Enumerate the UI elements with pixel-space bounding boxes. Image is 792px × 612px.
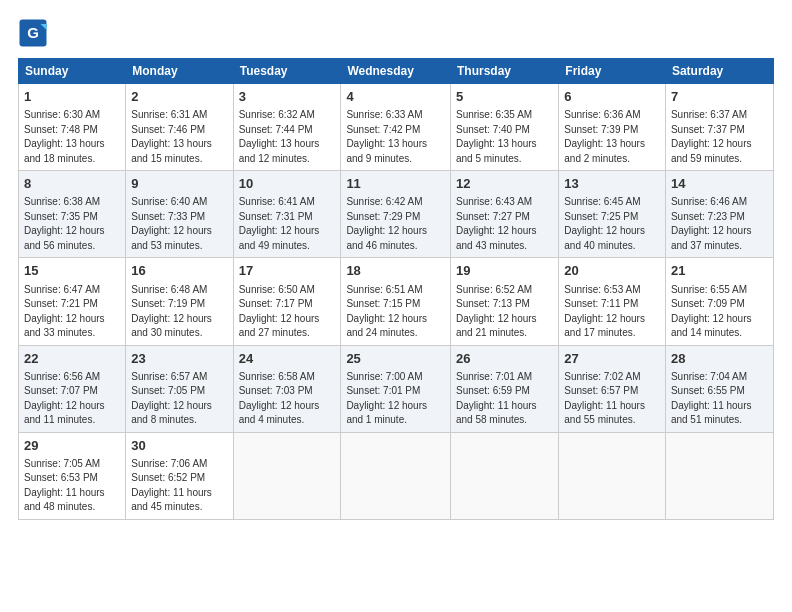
calendar-cell: 30Sunrise: 7:06 AMSunset: 6:52 PMDayligh… [126, 432, 233, 519]
calendar-cell: 25Sunrise: 7:00 AMSunset: 7:01 PMDayligh… [341, 345, 451, 432]
calendar-cell [233, 432, 341, 519]
day-info: Sunrise: 7:05 AMSunset: 6:53 PMDaylight:… [24, 457, 120, 515]
calendar-cell [665, 432, 773, 519]
day-info: Sunrise: 7:00 AMSunset: 7:01 PMDaylight:… [346, 370, 445, 428]
day-info: Sunrise: 7:06 AMSunset: 6:52 PMDaylight:… [131, 457, 227, 515]
day-number: 6 [564, 88, 660, 106]
column-header-wednesday: Wednesday [341, 59, 451, 84]
calendar-cell: 12Sunrise: 6:43 AMSunset: 7:27 PMDayligh… [450, 171, 558, 258]
day-number: 21 [671, 262, 768, 280]
column-header-sunday: Sunday [19, 59, 126, 84]
day-info: Sunrise: 6:45 AMSunset: 7:25 PMDaylight:… [564, 195, 660, 253]
week-row-2: 8Sunrise: 6:38 AMSunset: 7:35 PMDaylight… [19, 171, 774, 258]
day-number: 30 [131, 437, 227, 455]
day-info: Sunrise: 7:02 AMSunset: 6:57 PMDaylight:… [564, 370, 660, 428]
header: G [18, 18, 774, 48]
calendar-cell: 11Sunrise: 6:42 AMSunset: 7:29 PMDayligh… [341, 171, 451, 258]
calendar-cell: 19Sunrise: 6:52 AMSunset: 7:13 PMDayligh… [450, 258, 558, 345]
day-info: Sunrise: 6:36 AMSunset: 7:39 PMDaylight:… [564, 108, 660, 166]
day-number: 14 [671, 175, 768, 193]
day-info: Sunrise: 6:43 AMSunset: 7:27 PMDaylight:… [456, 195, 553, 253]
calendar-cell: 23Sunrise: 6:57 AMSunset: 7:05 PMDayligh… [126, 345, 233, 432]
day-number: 2 [131, 88, 227, 106]
day-number: 27 [564, 350, 660, 368]
day-info: Sunrise: 6:42 AMSunset: 7:29 PMDaylight:… [346, 195, 445, 253]
page: G SundayMondayTuesdayWednesdayThursdayFr… [0, 0, 792, 612]
day-info: Sunrise: 6:31 AMSunset: 7:46 PMDaylight:… [131, 108, 227, 166]
calendar-cell [559, 432, 666, 519]
day-info: Sunrise: 6:56 AMSunset: 7:07 PMDaylight:… [24, 370, 120, 428]
day-info: Sunrise: 6:52 AMSunset: 7:13 PMDaylight:… [456, 283, 553, 341]
day-info: Sunrise: 7:01 AMSunset: 6:59 PMDaylight:… [456, 370, 553, 428]
calendar-cell: 14Sunrise: 6:46 AMSunset: 7:23 PMDayligh… [665, 171, 773, 258]
calendar-cell [341, 432, 451, 519]
day-number: 5 [456, 88, 553, 106]
day-number: 17 [239, 262, 336, 280]
day-number: 8 [24, 175, 120, 193]
day-number: 24 [239, 350, 336, 368]
calendar-cell: 21Sunrise: 6:55 AMSunset: 7:09 PMDayligh… [665, 258, 773, 345]
day-info: Sunrise: 6:53 AMSunset: 7:11 PMDaylight:… [564, 283, 660, 341]
day-number: 20 [564, 262, 660, 280]
calendar-cell: 17Sunrise: 6:50 AMSunset: 7:17 PMDayligh… [233, 258, 341, 345]
calendar-cell: 26Sunrise: 7:01 AMSunset: 6:59 PMDayligh… [450, 345, 558, 432]
calendar-cell: 18Sunrise: 6:51 AMSunset: 7:15 PMDayligh… [341, 258, 451, 345]
day-number: 28 [671, 350, 768, 368]
day-number: 18 [346, 262, 445, 280]
day-info: Sunrise: 6:51 AMSunset: 7:15 PMDaylight:… [346, 283, 445, 341]
day-info: Sunrise: 6:55 AMSunset: 7:09 PMDaylight:… [671, 283, 768, 341]
day-number: 10 [239, 175, 336, 193]
day-info: Sunrise: 6:41 AMSunset: 7:31 PMDaylight:… [239, 195, 336, 253]
calendar-cell: 10Sunrise: 6:41 AMSunset: 7:31 PMDayligh… [233, 171, 341, 258]
calendar-cell: 24Sunrise: 6:58 AMSunset: 7:03 PMDayligh… [233, 345, 341, 432]
column-header-thursday: Thursday [450, 59, 558, 84]
day-number: 25 [346, 350, 445, 368]
calendar-cell: 4Sunrise: 6:33 AMSunset: 7:42 PMDaylight… [341, 84, 451, 171]
day-number: 12 [456, 175, 553, 193]
column-header-tuesday: Tuesday [233, 59, 341, 84]
calendar-cell: 27Sunrise: 7:02 AMSunset: 6:57 PMDayligh… [559, 345, 666, 432]
calendar-cell: 5Sunrise: 6:35 AMSunset: 7:40 PMDaylight… [450, 84, 558, 171]
calendar-cell: 7Sunrise: 6:37 AMSunset: 7:37 PMDaylight… [665, 84, 773, 171]
calendar-cell: 15Sunrise: 6:47 AMSunset: 7:21 PMDayligh… [19, 258, 126, 345]
svg-text:G: G [27, 24, 39, 41]
day-info: Sunrise: 6:50 AMSunset: 7:17 PMDaylight:… [239, 283, 336, 341]
column-header-monday: Monday [126, 59, 233, 84]
day-number: 4 [346, 88, 445, 106]
day-number: 1 [24, 88, 120, 106]
day-number: 19 [456, 262, 553, 280]
calendar-cell: 1Sunrise: 6:30 AMSunset: 7:48 PMDaylight… [19, 84, 126, 171]
calendar-cell: 16Sunrise: 6:48 AMSunset: 7:19 PMDayligh… [126, 258, 233, 345]
day-info: Sunrise: 6:57 AMSunset: 7:05 PMDaylight:… [131, 370, 227, 428]
day-number: 26 [456, 350, 553, 368]
week-row-3: 15Sunrise: 6:47 AMSunset: 7:21 PMDayligh… [19, 258, 774, 345]
calendar-cell: 3Sunrise: 6:32 AMSunset: 7:44 PMDaylight… [233, 84, 341, 171]
week-row-5: 29Sunrise: 7:05 AMSunset: 6:53 PMDayligh… [19, 432, 774, 519]
logo: G [18, 18, 52, 48]
logo-icon: G [18, 18, 48, 48]
day-number: 15 [24, 262, 120, 280]
header-row: SundayMondayTuesdayWednesdayThursdayFrid… [19, 59, 774, 84]
day-number: 9 [131, 175, 227, 193]
day-info: Sunrise: 6:58 AMSunset: 7:03 PMDaylight:… [239, 370, 336, 428]
day-number: 3 [239, 88, 336, 106]
calendar-cell: 9Sunrise: 6:40 AMSunset: 7:33 PMDaylight… [126, 171, 233, 258]
day-info: Sunrise: 6:48 AMSunset: 7:19 PMDaylight:… [131, 283, 227, 341]
calendar-cell: 2Sunrise: 6:31 AMSunset: 7:46 PMDaylight… [126, 84, 233, 171]
calendar: SundayMondayTuesdayWednesdayThursdayFrid… [18, 58, 774, 520]
calendar-cell: 22Sunrise: 6:56 AMSunset: 7:07 PMDayligh… [19, 345, 126, 432]
day-info: Sunrise: 6:38 AMSunset: 7:35 PMDaylight:… [24, 195, 120, 253]
day-number: 13 [564, 175, 660, 193]
calendar-cell: 8Sunrise: 6:38 AMSunset: 7:35 PMDaylight… [19, 171, 126, 258]
day-info: Sunrise: 7:04 AMSunset: 6:55 PMDaylight:… [671, 370, 768, 428]
day-info: Sunrise: 6:33 AMSunset: 7:42 PMDaylight:… [346, 108, 445, 166]
calendar-cell: 28Sunrise: 7:04 AMSunset: 6:55 PMDayligh… [665, 345, 773, 432]
day-info: Sunrise: 6:46 AMSunset: 7:23 PMDaylight:… [671, 195, 768, 253]
day-number: 22 [24, 350, 120, 368]
day-info: Sunrise: 6:30 AMSunset: 7:48 PMDaylight:… [24, 108, 120, 166]
day-number: 11 [346, 175, 445, 193]
day-number: 29 [24, 437, 120, 455]
calendar-cell: 29Sunrise: 7:05 AMSunset: 6:53 PMDayligh… [19, 432, 126, 519]
calendar-cell [450, 432, 558, 519]
calendar-cell: 20Sunrise: 6:53 AMSunset: 7:11 PMDayligh… [559, 258, 666, 345]
